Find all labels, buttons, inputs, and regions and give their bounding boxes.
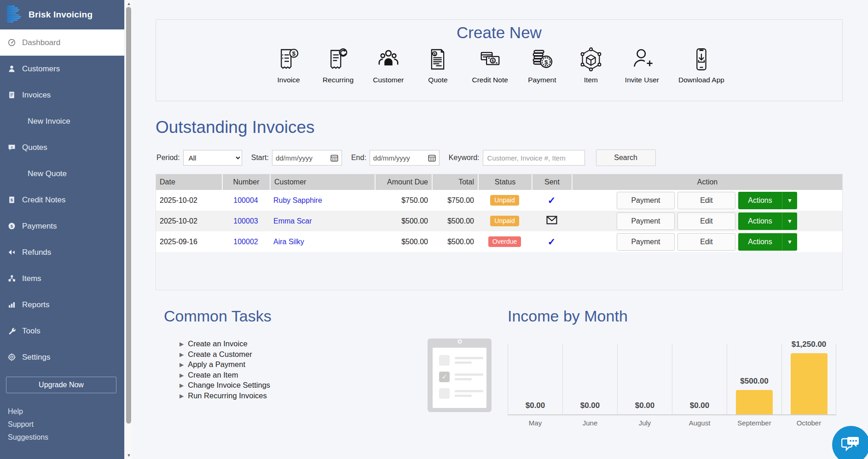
chat-button[interactable] xyxy=(832,426,868,459)
payment-button[interactable]: Payment xyxy=(617,212,675,230)
actions-split-button[interactable]: Actions ▼ xyxy=(738,192,797,209)
create-download-app-tile[interactable]: Download App xyxy=(678,46,724,84)
total: $500.00 xyxy=(432,211,478,231)
amount-due: $500.00 xyxy=(375,231,432,252)
invoice-number-link[interactable]: 100002 xyxy=(233,238,258,246)
start-date-input[interactable] xyxy=(276,154,325,162)
create-item-label: Item xyxy=(584,76,598,84)
keyword-input[interactable] xyxy=(483,150,585,166)
task-create-customer[interactable]: ▶Create a Customer xyxy=(179,350,270,360)
invoice-number-link[interactable]: 100004 xyxy=(233,196,258,204)
calendar-icon[interactable] xyxy=(428,154,436,162)
chart-column: $0.00 August xyxy=(672,344,727,414)
month-label: July xyxy=(618,419,672,427)
calendar-icon[interactable] xyxy=(330,154,338,162)
actions-caret-icon[interactable]: ▼ xyxy=(782,192,797,209)
actions-button[interactable]: Actions xyxy=(738,192,782,209)
dashboard-icon xyxy=(8,39,16,46)
actions-split-button[interactable]: Actions ▼ xyxy=(738,233,797,251)
upgrade-now-button[interactable]: Upgrade Now xyxy=(6,377,116,393)
col-header-amount-due: Amount Due xyxy=(375,174,432,190)
task-create-item[interactable]: ▶Create an Item xyxy=(179,370,270,381)
period-select[interactable]: All xyxy=(183,150,242,166)
chart-bar xyxy=(736,390,773,414)
edit-button[interactable]: Edit xyxy=(677,192,735,209)
edit-button[interactable]: Edit xyxy=(677,212,735,230)
sidebar-item-quotes[interactable]: a Quotes xyxy=(0,134,124,161)
bar-value-label: $0.00 xyxy=(672,401,727,410)
task-create-invoice[interactable]: ▶Create an Invoice xyxy=(179,339,270,350)
sidebar-item-label: Dashboard xyxy=(22,38,60,47)
invoice-number-link[interactable]: 100003 xyxy=(233,217,258,225)
sidebar-item-payments[interactable]: $ Payments xyxy=(0,213,124,239)
sidebar-item-label: Items xyxy=(22,274,41,283)
table-row: 2025-10-02 100003 Emma Scar $500.00 $500… xyxy=(156,211,842,231)
tools-icon xyxy=(8,327,16,335)
create-item-tile[interactable]: Item xyxy=(576,46,606,84)
app-logo-row[interactable]: Brisk Invoicing xyxy=(0,0,124,29)
sidebar-item-credit-notes[interactable]: $ Credit Notes xyxy=(0,187,124,213)
help-link[interactable]: Help xyxy=(8,405,124,418)
download-app-icon xyxy=(689,46,714,72)
end-date-field[interactable] xyxy=(370,150,440,166)
create-customer-tile[interactable]: Customer xyxy=(373,46,404,84)
sidebar-item-new-quote[interactable]: New Quote xyxy=(0,161,124,187)
scroll-up-arrow-icon[interactable]: ▲ xyxy=(125,0,133,7)
search-button[interactable]: Search xyxy=(596,149,656,166)
create-recurring-tile[interactable]: Recurring xyxy=(323,46,353,84)
sidebar-item-settings[interactable]: Settings xyxy=(0,344,124,370)
create-invoice-tile[interactable]: $ Invoice xyxy=(274,46,303,84)
invoice-date: 2025-10-02 xyxy=(156,211,222,231)
create-invite-user-tile[interactable]: Invite User xyxy=(625,46,659,84)
sidebar-item-label: Settings xyxy=(22,353,50,362)
status-badge: Unpaid xyxy=(490,216,519,226)
actions-button[interactable]: Actions xyxy=(738,233,782,251)
sidebar-item-reports[interactable]: Reports xyxy=(0,292,124,318)
app-root: { "app": { "name": "Brisk Invoicing", "l… xyxy=(0,0,868,459)
sidebar-item-dashboard[interactable]: Dashboard xyxy=(0,29,124,56)
bar-value-label: $0.00 xyxy=(563,401,617,410)
svg-text:$: $ xyxy=(434,52,436,56)
task-run-recurring-invoices[interactable]: ▶Run Recurring Invoices xyxy=(179,391,270,402)
sidebar-item-label: New Quote xyxy=(28,169,67,178)
suggestions-link[interactable]: Suggestions xyxy=(8,431,124,444)
actions-button[interactable]: Actions xyxy=(738,212,782,230)
sidebar-item-new-invoice[interactable]: New Invoice xyxy=(0,108,124,134)
create-credit-note-tile[interactable]: $ Credit Note xyxy=(472,46,508,84)
create-quote-tile[interactable]: $ Quote xyxy=(423,46,452,84)
customer-link[interactable]: Aira Silky xyxy=(273,238,304,246)
sidebar-item-invoices[interactable]: Invoices xyxy=(0,82,124,108)
create-item-label: Invoice xyxy=(278,76,300,84)
sidebar-item-label: Credit Notes xyxy=(22,195,65,205)
create-payment-tile[interactable]: $ Payment xyxy=(527,46,557,84)
sidebar-item-refunds[interactable]: Refunds xyxy=(0,239,124,265)
actions-caret-icon[interactable]: ▼ xyxy=(782,233,797,251)
customer-link[interactable]: Ruby Sapphire xyxy=(273,196,322,204)
actions-caret-icon[interactable]: ▼ xyxy=(782,212,797,230)
table-row: 2025-09-16 100002 Aira Silky $500.00 $50… xyxy=(156,231,842,252)
payment-button[interactable]: Payment xyxy=(617,233,675,251)
table-row: 2025-10-02 100004 Ruby Sapphire $750.00 … xyxy=(156,190,842,211)
sidebar-scrollbar[interactable]: ▲ ▼ xyxy=(124,0,133,459)
support-link[interactable]: Support xyxy=(8,418,124,431)
sidebar-item-tools[interactable]: Tools xyxy=(0,318,124,344)
task-apply-payment[interactable]: ▶Apply a Payment xyxy=(179,360,270,370)
chart-column: $500.00 September xyxy=(727,344,781,414)
scroll-down-arrow-icon[interactable]: ▼ xyxy=(125,452,133,459)
edit-button[interactable]: Edit xyxy=(677,233,735,251)
income-by-month-title: Income by Month xyxy=(508,307,628,325)
svg-text:$: $ xyxy=(544,59,548,66)
customer-link[interactable]: Emma Scar xyxy=(273,217,312,225)
scrollbar-thumb[interactable] xyxy=(126,7,131,424)
svg-text:$: $ xyxy=(11,224,13,229)
end-date-input[interactable] xyxy=(373,154,423,162)
task-change-invoice-settings[interactable]: ▶Change Invoice Settings xyxy=(179,380,270,391)
payment-button[interactable]: Payment xyxy=(617,192,675,209)
create-item-label: Credit Note xyxy=(472,76,508,84)
start-date-field[interactable] xyxy=(272,150,342,166)
customer-icon xyxy=(376,46,401,72)
sidebar-item-customers[interactable]: Customers xyxy=(0,56,124,82)
quotes-icon: a xyxy=(8,143,16,151)
sidebar-item-items[interactable]: Items xyxy=(0,265,124,292)
actions-split-button[interactable]: Actions ▼ xyxy=(738,212,797,230)
